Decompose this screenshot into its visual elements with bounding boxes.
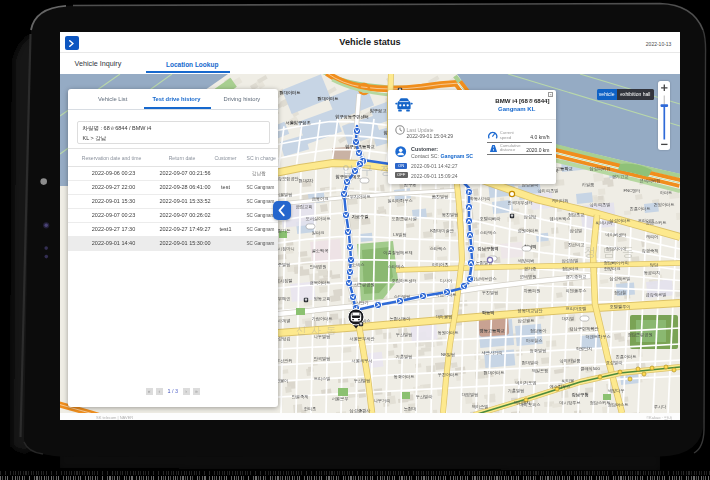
svg-text:세관사거리: 세관사거리 bbox=[482, 350, 503, 355]
svg-text:씨네시티: 씨네시티 bbox=[595, 220, 613, 225]
svg-text:도현근린시설: 도현근린시설 bbox=[391, 216, 416, 221]
svg-text:상지리츠빌: 상지리츠빌 bbox=[590, 202, 611, 207]
svg-text:루시다: 루시다 bbox=[654, 404, 667, 409]
svg-text:대명빌딩: 대명빌딩 bbox=[462, 392, 479, 397]
svg-text:움진빌딩: 움진빌딩 bbox=[432, 194, 449, 199]
svg-text:진흥아파트: 진흥아파트 bbox=[630, 206, 651, 211]
svg-text:현대아파트: 현대아파트 bbox=[484, 370, 505, 375]
svg-text:청담파크: 청담파크 bbox=[562, 266, 579, 271]
svg-text:클레식500: 클레식500 bbox=[580, 366, 600, 371]
svg-text:도서실아파트: 도서실아파트 bbox=[305, 216, 330, 221]
svg-text:한국대부센터: 한국대부센터 bbox=[507, 200, 532, 205]
svg-text:스타벅스: 스타벅스 bbox=[388, 264, 405, 269]
svg-text:트리스빌: 트리스빌 bbox=[314, 376, 331, 381]
svg-text:호텔리베라: 호텔리베라 bbox=[480, 216, 502, 221]
svg-text:효성빌라: 효성빌라 bbox=[606, 360, 624, 365]
svg-text:건영아파트: 건영아파트 bbox=[654, 202, 675, 207]
svg-text:서울본부: 서울본부 bbox=[332, 396, 349, 401]
svg-text:씨티몰: 씨티몰 bbox=[561, 378, 575, 383]
svg-text:대치빌: 대치빌 bbox=[562, 316, 575, 321]
svg-text:경기고교: 경기고교 bbox=[612, 174, 629, 179]
svg-text:프리마호텔: 프리마호텔 bbox=[566, 306, 587, 311]
svg-text:굴소백옥: 굴소백옥 bbox=[312, 248, 329, 253]
svg-text:네이버센터: 네이버센터 bbox=[606, 232, 627, 237]
svg-text:아파트: 아파트 bbox=[660, 190, 673, 195]
svg-text:경기중: 경기중 bbox=[524, 266, 537, 271]
svg-text:K현대미술관: K현대미술관 bbox=[430, 228, 455, 233]
svg-text:기훈빌딩: 기훈빌딩 bbox=[396, 354, 413, 359]
svg-text:신사동: 신사동 bbox=[296, 325, 341, 336]
svg-text:엠네트웍스: 엠네트웍스 bbox=[550, 216, 571, 221]
svg-text:FNC엔터: FNC엔터 bbox=[624, 188, 641, 193]
svg-text:카일룸: 카일룸 bbox=[582, 182, 595, 187]
svg-text:피엔폴루스: 피엔폴루스 bbox=[566, 288, 587, 293]
svg-text:삼성월드: 삼성월드 bbox=[518, 318, 535, 323]
svg-text:두산빌라: 두산빌라 bbox=[416, 394, 434, 399]
svg-text:예스하우스: 예스하우스 bbox=[550, 384, 571, 389]
svg-text:웅진빌딩: 웅진빌딩 bbox=[442, 212, 459, 217]
svg-text:서울본부세관: 서울본부세관 bbox=[349, 336, 375, 341]
svg-text:프라이빗: 프라이빗 bbox=[638, 218, 655, 223]
svg-text:기홍빌딩: 기홍빌딩 bbox=[508, 388, 525, 393]
svg-text:디사이: 디사이 bbox=[440, 278, 453, 283]
svg-text:청담힐: 청담힐 bbox=[614, 290, 627, 295]
svg-text:학동사거리: 학동사거리 bbox=[470, 196, 491, 201]
svg-text:차움의원: 차움의원 bbox=[524, 288, 541, 293]
svg-text:동화아파트: 동화아파트 bbox=[394, 374, 415, 379]
svg-text:경복아파트: 경복아파트 bbox=[310, 280, 331, 285]
svg-text:영동대교남단: 영동대교남단 bbox=[517, 308, 543, 313]
svg-text:성원아파트: 성원아파트 bbox=[518, 228, 539, 233]
svg-text:제일은행: 제일은행 bbox=[532, 368, 549, 373]
svg-text:연세병원: 연세병원 bbox=[520, 274, 537, 279]
svg-text:청담동: 청담동 bbox=[584, 245, 641, 259]
svg-text:캐리어: 캐리어 bbox=[646, 234, 659, 239]
svg-text:스타렉스: 스타렉스 bbox=[430, 246, 447, 251]
svg-text:정화빌딩: 정화빌딩 bbox=[530, 348, 547, 353]
svg-text:데시앙루브: 데시앙루브 bbox=[560, 400, 581, 405]
svg-text:이홈칠딩메르체: 이홈칠딩메르체 bbox=[383, 250, 412, 255]
svg-text:호텔엘루이: 호텔엘루이 bbox=[610, 304, 631, 309]
svg-text:일리아하우스: 일리아하우스 bbox=[387, 198, 412, 203]
svg-text:호림아트센터: 호림아트센터 bbox=[391, 278, 416, 283]
svg-text:상지리츠빌: 상지리츠빌 bbox=[538, 188, 559, 193]
svg-text:청담퍼스트: 청담퍼스트 bbox=[608, 402, 629, 407]
svg-text:나무거리: 나무거리 bbox=[374, 398, 391, 403]
svg-text:안세병원: 안세병원 bbox=[310, 264, 327, 269]
svg-text:두산빌딩: 두산빌딩 bbox=[396, 332, 413, 337]
svg-text:동원아파트: 동원아파트 bbox=[438, 330, 459, 335]
svg-text:두산빌딩: 두산빌딩 bbox=[354, 378, 371, 383]
svg-text:논현대: 논현대 bbox=[404, 406, 417, 411]
svg-text:더펜트하우스: 더펜트하우스 bbox=[585, 334, 610, 339]
svg-text:아미아츠: 아미아츠 bbox=[432, 262, 449, 267]
svg-text:삼성빌: 삼성빌 bbox=[570, 228, 583, 233]
svg-text:우진빌딩: 우진빌딩 bbox=[482, 290, 499, 295]
svg-text:세양다우: 세양다우 bbox=[608, 388, 625, 393]
svg-text:세양리버: 세양리버 bbox=[518, 258, 535, 263]
svg-text:강경숙체: 강경숙체 bbox=[642, 248, 659, 253]
svg-text:삼성점빌: 삼성점빌 bbox=[562, 258, 579, 263]
svg-text:안골축제: 안골축제 bbox=[292, 394, 309, 399]
svg-text:연세리버팀: 연세리버팀 bbox=[640, 178, 661, 183]
svg-text:NK빌딩: NK빌딩 bbox=[441, 352, 455, 357]
svg-text:경기중학교: 경기중학교 bbox=[566, 274, 587, 279]
svg-text:제이슨빌: 제이슨빌 bbox=[472, 404, 489, 409]
svg-text:한양파크: 한양파크 bbox=[604, 266, 621, 271]
svg-text:케이타워: 케이타워 bbox=[552, 198, 569, 203]
svg-text:삼성리버뷰: 삼성리버뷰 bbox=[590, 166, 611, 171]
svg-text:한티초: 한티초 bbox=[304, 406, 317, 411]
svg-text:LS빌딩: LS빌딩 bbox=[393, 232, 407, 237]
svg-text:서울세무서: 서울세무서 bbox=[352, 358, 373, 363]
svg-text:네이처포엠: 네이처포엠 bbox=[516, 380, 537, 385]
svg-text:진선여고: 진선여고 bbox=[568, 242, 585, 247]
svg-text:학원단지: 학원단지 bbox=[576, 346, 593, 351]
svg-text:대치몰딩: 대치몰딩 bbox=[436, 314, 453, 319]
svg-text:금강쉐르빌: 금강쉐르빌 bbox=[646, 292, 667, 297]
svg-text:삼성쉐르빌: 삼성쉐르빌 bbox=[610, 276, 631, 281]
svg-text:당담: 당담 bbox=[650, 262, 659, 267]
svg-text:진흥아파트: 진흥아파트 bbox=[616, 354, 637, 359]
svg-text:삼성당: 삼성당 bbox=[524, 214, 537, 219]
svg-text:강남세브란스: 강남세브란스 bbox=[471, 276, 496, 281]
svg-text:제이엔지: 제이엔지 bbox=[514, 400, 531, 405]
svg-text:현대2차: 현대2차 bbox=[299, 178, 315, 183]
svg-text:일파크: 일파크 bbox=[312, 230, 325, 235]
